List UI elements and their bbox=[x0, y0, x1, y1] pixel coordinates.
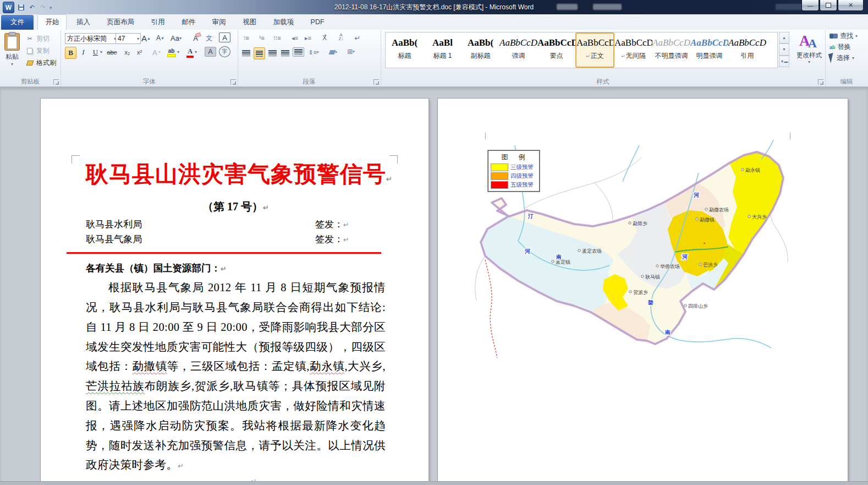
format-painter-button[interactable]: 格式刷 bbox=[25, 58, 56, 68]
line-spacing-icon[interactable]: ⇕≡▾ bbox=[309, 48, 318, 56]
decrease-indent-icon[interactable]: ◂≡ bbox=[290, 34, 299, 42]
multilevel-list-icon[interactable]: ⁝⁝≡ bbox=[273, 34, 282, 42]
map-legend: 图 例 三级预警 四级预警 五级预警 bbox=[488, 150, 540, 192]
paste-button[interactable]: 粘贴 ▾ bbox=[4, 33, 20, 67]
styles-scroll-down[interactable]: ▼ bbox=[779, 43, 789, 55]
style-item-strong[interactable]: AaBbCcD要点 bbox=[537, 32, 575, 68]
paste-dropdown-icon[interactable]: ▾ bbox=[4, 62, 20, 67]
document-area[interactable]: 耿马县山洪灾害气象预警信号↵ （第 17 号）↵ 耿马县水利局 签发：↵ 耿马县… bbox=[0, 87, 868, 482]
tab-mailings[interactable]: 邮件 bbox=[174, 15, 202, 30]
svg-text:勐撒农场: 勐撒农场 bbox=[709, 207, 729, 212]
svg-text:河: 河 bbox=[682, 254, 688, 260]
group-editing: 查找▾ ab替换 选择▾ 编辑 bbox=[825, 30, 868, 86]
change-case-button[interactable]: Aa▾ bbox=[171, 32, 182, 43]
tab-insert[interactable]: 插入 bbox=[69, 15, 97, 30]
tab-addins[interactable]: 加载项 bbox=[266, 15, 301, 30]
shrink-font-button[interactable]: A▼ bbox=[155, 32, 166, 43]
enclose-characters-button[interactable]: 字 bbox=[219, 46, 230, 57]
font-size-combo[interactable]: 47▾ bbox=[116, 33, 141, 44]
style-item-intense-emphasis[interactable]: AaBbCcD.明显强调 bbox=[690, 32, 728, 68]
subscript-button[interactable]: x₂ bbox=[122, 47, 133, 58]
styles-dialog-launcher[interactable] bbox=[818, 79, 823, 85]
highlight-button[interactable]: ab bbox=[166, 47, 177, 58]
find-button[interactable]: 查找▾ bbox=[829, 31, 868, 41]
svg-text:华侨农场: 华侨农场 bbox=[660, 264, 680, 269]
style-item-quote[interactable]: AaBbCcD.引用 bbox=[728, 32, 766, 68]
grow-font-button[interactable]: A▲ bbox=[141, 32, 151, 43]
style-item-title[interactable]: AaBb(标题 bbox=[386, 32, 424, 68]
show-marks-icon[interactable]: ↵ bbox=[353, 34, 362, 42]
close-button[interactable]: ✕ bbox=[838, 0, 864, 11]
chevron-down-icon: ▾ bbox=[794, 59, 824, 64]
title-bar: W ↶ ↷ ▾ 2012-11-08 16-17山洪灾害预警文档.doc [兼容… bbox=[0, 0, 868, 14]
copy-button[interactable]: 复制 bbox=[25, 46, 50, 56]
svg-text:四排山乡: 四排山乡 bbox=[688, 303, 708, 309]
borders-icon[interactable]: ⊞▾ bbox=[347, 48, 355, 56]
legend-row: 三级预警 bbox=[491, 164, 537, 171]
paragraph-mark-icon: ↵ bbox=[386, 175, 393, 183]
replace-button[interactable]: ab替换 bbox=[829, 42, 868, 52]
style-item-subtitle[interactable]: AaBb(副标题 bbox=[462, 32, 499, 68]
svg-text:贺派乡: 贺派乡 bbox=[633, 290, 648, 295]
style-item-emphasis[interactable]: AaBbCcD.强调 bbox=[499, 32, 537, 68]
restore-button[interactable] bbox=[820, 0, 837, 11]
clear-formatting-button[interactable]: A bbox=[190, 32, 201, 43]
style-item-heading1[interactable]: AaBl标题 1 bbox=[424, 32, 462, 68]
asian-layout-icon[interactable]: Ⅹ̽ bbox=[320, 34, 329, 42]
font-color-button[interactable]: A bbox=[185, 47, 195, 58]
document-page-2[interactable]: 图 例 三级预警 四级预警 五级预警 bbox=[437, 98, 848, 482]
underline-button[interactable]: U bbox=[90, 47, 101, 58]
tab-references[interactable]: 引用 bbox=[144, 15, 172, 30]
doc-issue-number: （第 17 号）↵ bbox=[86, 199, 386, 214]
increase-indent-icon[interactable]: ▸≡ bbox=[304, 34, 312, 42]
shading-icon[interactable]: ▾ bbox=[329, 48, 338, 56]
tab-page-layout[interactable]: 页面布局 bbox=[100, 15, 141, 30]
tab-pdf[interactable]: PDF bbox=[304, 15, 332, 30]
strikethrough-button[interactable]: abe bbox=[107, 47, 117, 58]
minimize-button[interactable]: — bbox=[801, 0, 819, 11]
legend-label-level4: 四级预警 bbox=[510, 172, 534, 180]
bottom-edge-strip bbox=[0, 481, 868, 485]
font-name-combo[interactable]: 方正小标宋简▾ bbox=[65, 33, 118, 44]
paragraph-mark-icon: ↵ bbox=[221, 265, 227, 273]
doc-body-paragraph: 根据耿马县气象局 2012 年 11 月 8 日短期气象预报情况，耿马县水利局与… bbox=[86, 278, 386, 476]
tab-home[interactable]: 开始 bbox=[37, 14, 67, 31]
superscript-button[interactable]: x² bbox=[134, 47, 145, 58]
bullets-icon[interactable]: ⁝≡ bbox=[242, 34, 251, 42]
document-page-1[interactable]: 耿马县山洪灾害气象预警信号↵ （第 17 号）↵ 耿马县水利局 签发：↵ 耿马县… bbox=[40, 98, 429, 482]
tab-review[interactable]: 审阅 bbox=[205, 15, 233, 30]
tab-file[interactable]: 文件 bbox=[1, 15, 34, 30]
align-center-button[interactable] bbox=[254, 47, 265, 59]
select-button[interactable]: 选择▾ bbox=[829, 53, 868, 63]
character-shading-button[interactable]: A bbox=[205, 47, 216, 57]
style-item-normal[interactable]: AaBbCcD(正文 bbox=[575, 32, 614, 68]
numbering-icon[interactable]: ¹≡ bbox=[257, 34, 266, 42]
align-left-button[interactable] bbox=[241, 47, 251, 58]
underline-dropdown-icon[interactable]: ▾ bbox=[100, 50, 102, 55]
style-item-no-spacing[interactable]: AaBbCcD(无间隔 bbox=[614, 32, 652, 68]
tab-view[interactable]: 视图 bbox=[235, 15, 263, 30]
font-color-dropdown-icon[interactable]: ▾ bbox=[195, 50, 197, 55]
highlight-dropdown-icon[interactable]: ▾ bbox=[177, 50, 179, 55]
character-border-button[interactable]: A bbox=[219, 32, 230, 42]
styles-gallery-more[interactable]: ▼▬ bbox=[779, 56, 789, 67]
font-dialog-launcher[interactable] bbox=[230, 79, 236, 85]
align-right-button[interactable] bbox=[267, 47, 278, 58]
styles-scroll-up[interactable]: ▲ bbox=[779, 32, 789, 43]
phonetic-guide-button[interactable]: 文ˊ bbox=[205, 32, 215, 43]
clipboard-dialog-launcher[interactable] bbox=[53, 79, 59, 85]
text-boundary-mark bbox=[790, 133, 790, 139]
svg-text:芒洪乡: 芒洪乡 bbox=[703, 262, 718, 268]
change-styles-button[interactable]: AA 更改样式 ▾ bbox=[794, 32, 824, 64]
paragraph-dialog-launcher[interactable] bbox=[373, 79, 379, 85]
cut-button[interactable]: ✂剪切 bbox=[25, 34, 50, 43]
justify-button[interactable] bbox=[280, 47, 290, 58]
style-item-subtle-emphasis[interactable]: AaBbCcD.不明显强调 bbox=[652, 32, 690, 68]
italic-button[interactable]: I bbox=[78, 47, 89, 58]
text-effects-dropdown-icon[interactable]: ▾ bbox=[158, 50, 161, 55]
org-row-1: 耿马县水利局 签发：↵ bbox=[86, 218, 386, 231]
bold-button[interactable]: B bbox=[65, 47, 76, 59]
svg-text:南: 南 bbox=[556, 254, 562, 260]
sort-icon[interactable]: AZ↓ bbox=[337, 33, 345, 41]
distributed-button[interactable] bbox=[293, 47, 304, 57]
